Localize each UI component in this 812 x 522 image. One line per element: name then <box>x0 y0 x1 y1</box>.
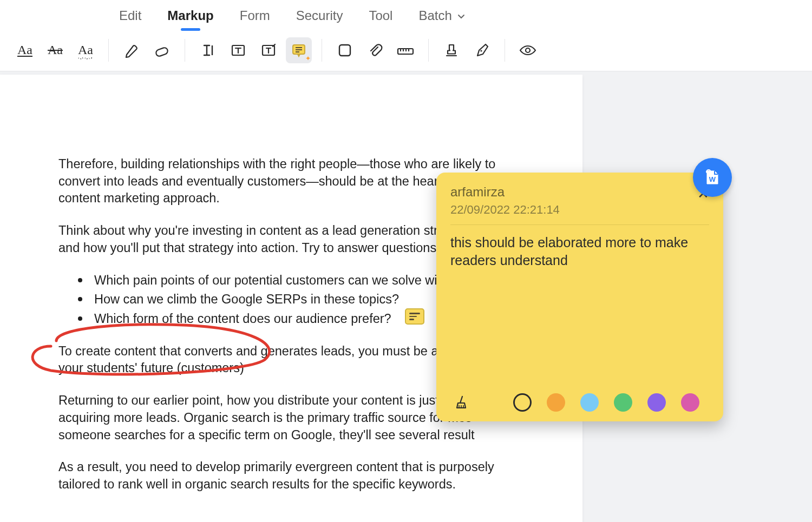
attachment-tool[interactable] <box>362 37 388 63</box>
color-swatch-yellow[interactable] <box>513 393 532 412</box>
ruler-icon <box>396 42 415 58</box>
stamp-icon <box>443 42 460 58</box>
color-swatch-blue[interactable] <box>580 393 599 412</box>
square-icon <box>337 43 352 58</box>
svg-point-16 <box>526 48 530 52</box>
divider <box>505 39 505 62</box>
text-cursor-icon <box>200 42 216 58</box>
tab-tool[interactable]: Tool <box>369 8 392 23</box>
sticky-note-header: arfamirza 22/09/2022 22:21:14 ✕ <box>450 184 709 217</box>
sticky-note-timestamp: 22/09/2022 22:21:14 <box>450 203 560 217</box>
text-tool[interactable] <box>195 37 221 63</box>
color-swatch-green[interactable] <box>614 393 632 412</box>
color-swatch-orange[interactable] <box>547 393 565 412</box>
sign-tool[interactable] <box>469 37 495 63</box>
divider <box>108 39 109 62</box>
preview-tool[interactable] <box>515 37 541 63</box>
eraser-icon <box>153 41 171 60</box>
color-swatch-pink[interactable] <box>681 393 699 412</box>
chevron-down-icon <box>457 12 466 21</box>
textbox-tool[interactable] <box>225 37 251 63</box>
callout-icon <box>260 42 277 58</box>
top-tabs: Edit Markup Form Security Tool Batch <box>0 0 812 29</box>
squiggle-underline-tool[interactable]: Aa <box>73 37 99 63</box>
highlighter-tool[interactable] <box>119 37 145 63</box>
tab-batch[interactable]: Batch <box>418 8 465 23</box>
word-export-fab[interactable]: W <box>693 158 732 197</box>
callout-tool[interactable] <box>256 37 281 63</box>
svg-rect-0 <box>155 47 169 57</box>
shape-tool[interactable] <box>332 37 358 63</box>
sticky-note-icon <box>291 42 307 58</box>
divider <box>450 224 709 225</box>
paperclip-icon <box>367 42 383 58</box>
underline-tool[interactable]: Aa <box>12 37 38 63</box>
eraser-tool[interactable] <box>149 37 175 63</box>
markup-toolbar: Aa Aa Aa ✦ <box>0 29 812 71</box>
divider <box>322 39 322 62</box>
eye-icon <box>519 42 537 58</box>
divider <box>428 39 429 62</box>
tab-markup[interactable]: Markup <box>167 8 213 23</box>
page-area: Therefore, building relationships with t… <box>0 71 812 522</box>
sticky-note-color-picker <box>450 393 709 412</box>
svg-rect-8 <box>339 45 350 56</box>
measure-tool[interactable] <box>392 37 418 63</box>
pen-nib-icon <box>474 42 490 58</box>
paragraph: As a result, you need to develop primari… <box>58 459 524 493</box>
sticky-note-author: arfamirza <box>450 184 560 200</box>
highlighter-icon <box>123 42 140 59</box>
stamp-tool[interactable] <box>438 37 464 63</box>
tab-security[interactable]: Security <box>296 8 343 23</box>
strikethrough-tool[interactable]: Aa <box>42 37 68 63</box>
color-swatch-purple[interactable] <box>647 393 666 412</box>
svg-text:W: W <box>709 175 716 183</box>
tab-batch-label: Batch <box>418 8 451 23</box>
sticky-note-popup[interactable]: arfamirza 22/09/2022 22:21:14 ✕ this sho… <box>436 173 723 421</box>
broom-icon[interactable] <box>454 395 469 410</box>
divider <box>185 39 185 62</box>
word-icon: W <box>702 167 723 188</box>
tab-edit[interactable]: Edit <box>119 8 141 23</box>
textbox-icon <box>230 42 246 58</box>
svg-point-15 <box>480 50 482 51</box>
sparkle-icon: ✦ <box>305 55 311 62</box>
sticky-note-tool[interactable]: ✦ <box>286 37 312 63</box>
tab-form[interactable]: Form <box>240 8 270 23</box>
note-marker-icon[interactable] <box>405 308 424 325</box>
sticky-note-text[interactable]: this should be elaborated more to make r… <box>450 234 709 388</box>
